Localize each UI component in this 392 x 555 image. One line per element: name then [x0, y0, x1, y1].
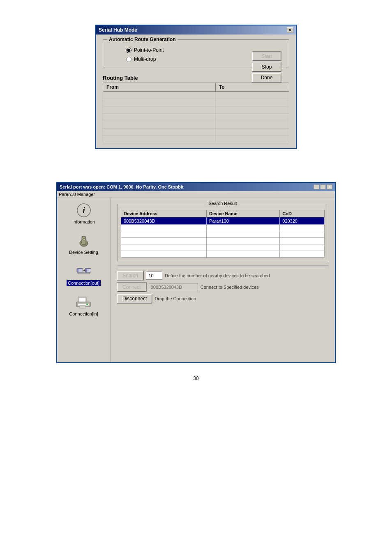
connection-in-icon [75, 294, 92, 311]
connect-desc: Connect to Specified devices [201, 285, 259, 290]
stop-button[interactable]: Stop [252, 62, 281, 71]
svg-rect-14 [79, 298, 85, 302]
search-desc: Define the number of nearby devices to b… [165, 273, 270, 278]
side-buttons: Start Stop Done [252, 52, 281, 82]
dialog-titlebar: Serial Hub Mode × [96, 25, 296, 35]
manager-main-content: Search Result Device Address Device Name… [111, 198, 335, 362]
table-row [103, 136, 289, 143]
svg-point-5 [83, 238, 85, 240]
minimize-button[interactable]: _ [314, 184, 319, 189]
table-row [103, 106, 289, 114]
menu-bar: Paran10 Manager [57, 191, 335, 198]
svg-point-17 [86, 304, 88, 305]
manager-content: i Information [57, 198, 335, 362]
disconnect-row: Disconnect Drop the Connection [117, 294, 328, 303]
svg-rect-18 [80, 305, 85, 309]
manager-title: Serial port was open: COM 1, 9600, No Pa… [60, 184, 184, 189]
sidebar-connection-out-label: Connection[out] [67, 280, 101, 286]
sidebar-item-connection-in[interactable]: Connection[in] [69, 294, 98, 316]
auto-route-legend: Automatic Route Generation [107, 37, 178, 42]
table-row [103, 92, 289, 99]
table-row [103, 99, 289, 106]
start-button[interactable]: Start [252, 52, 281, 61]
search-result-table: Device Address Device Name CoD 000B53200… [121, 210, 325, 258]
manager-sidebar: i Information [57, 198, 111, 362]
menu-label: Paran10 Manager [59, 192, 95, 197]
sidebar-connection-in-label: Connection[in] [69, 311, 98, 316]
dialog-body: Automatic Route Generation Point-to-Poin… [96, 35, 296, 148]
result-device-name: Paran100 [207, 217, 280, 225]
search-button[interactable]: Search [117, 271, 143, 280]
to-col-header: To [215, 83, 289, 92]
result-cod: 020320 [280, 217, 325, 225]
sidebar-item-connection-out[interactable]: Connection[out] [67, 263, 101, 286]
table-row [121, 238, 325, 244]
result-device-address: 000B5320043D [121, 217, 207, 225]
done-button[interactable]: Done [252, 73, 281, 82]
svg-text:i: i [83, 206, 85, 215]
table-row [121, 231, 325, 238]
from-col-header: From [103, 83, 216, 92]
connect-row: Connect Connect to Specified devices [117, 283, 328, 292]
restore-button[interactable]: □ [320, 184, 326, 189]
connection-out-icon [76, 263, 92, 279]
sidebar-item-information[interactable]: i Information [72, 202, 95, 224]
close-window-button[interactable]: × [327, 184, 332, 189]
manager-dialog: Serial port was open: COM 1, 9600, No Pa… [56, 182, 336, 363]
sidebar-device-setting-label: Device Setting [69, 250, 98, 255]
disconnect-desc: Drop the Connection [154, 296, 196, 301]
table-row [121, 244, 325, 251]
svg-rect-12 [78, 272, 90, 274]
page-number: 30 [193, 375, 198, 381]
device-name-header: Device Name [207, 210, 280, 217]
cod-header: CoD [280, 210, 325, 217]
routing-table: From To [103, 83, 289, 143]
device-address-header: Device Address [121, 210, 207, 217]
table-row [121, 225, 325, 231]
control-area: Search Define the number of nearby devic… [117, 271, 328, 303]
svg-rect-7 [78, 269, 83, 272]
device-icon [76, 233, 92, 249]
result-row-selected[interactable]: 000B5320043D Paran100 020320 [121, 217, 325, 225]
sidebar-information-label: Information [72, 219, 95, 224]
serial-hub-dialog: Serial Hub Mode × Automatic Route Genera… [95, 25, 297, 149]
multi-drop-label: Multi-drop [134, 56, 156, 62]
manager-titlebar: Serial port was open: COM 1, 9600, No Pa… [57, 183, 335, 191]
dialog-title: Serial Hub Mode [99, 27, 137, 33]
info-icon: i [76, 202, 92, 219]
routing-section: Routing Table From To [103, 75, 289, 143]
search-row: Search Define the number of nearby devic… [117, 271, 328, 280]
multi-drop-radio[interactable] [126, 57, 131, 62]
separator [117, 265, 328, 267]
connect-button[interactable]: Connect [117, 283, 146, 292]
search-result-group: Search Result Device Address Device Name… [117, 204, 328, 261]
window-controls: _ □ × [314, 184, 332, 189]
svg-rect-9 [87, 269, 91, 272]
search-count-input[interactable] [146, 272, 162, 280]
table-row [121, 251, 325, 258]
point-to-point-radio[interactable] [126, 48, 131, 53]
table-row [103, 121, 289, 129]
search-result-legend: Search Result [206, 201, 239, 206]
disconnect-button[interactable]: Disconnect [117, 294, 152, 303]
point-to-point-label: Point-to-Point [134, 47, 164, 53]
connect-address-input[interactable] [149, 283, 198, 291]
close-button[interactable]: × [287, 27, 293, 33]
sidebar-item-device-setting[interactable]: Device Setting [69, 233, 98, 255]
table-row [103, 114, 289, 121]
table-row [103, 129, 289, 136]
